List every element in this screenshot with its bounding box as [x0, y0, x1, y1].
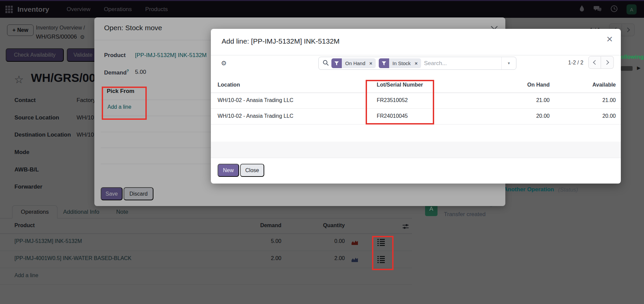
- filter-funnel-icon: [331, 58, 342, 68]
- search-dropdown-toggle[interactable]: ▼: [501, 57, 516, 69]
- screen: Inventory Overview Operations Products A…: [0, 0, 644, 304]
- empty-row: [211, 142, 621, 158]
- filter-funnel-icon: [379, 58, 389, 68]
- actions-gear-icon[interactable]: ⚙: [221, 59, 227, 67]
- following-button[interactable]: Following: [617, 54, 644, 60]
- remove-filter-icon[interactable]: ×: [369, 58, 376, 68]
- modal-pager: 1-2 / 2: [568, 60, 583, 66]
- add-line-modal: Add line: [PP-IMJ-5132M] INK-5132M × ⚙ O…: [211, 29, 621, 184]
- remove-filter-icon[interactable]: ×: [414, 58, 421, 68]
- filter-facet-in-stock[interactable]: In Stock ×: [379, 58, 421, 68]
- close-button[interactable]: Close: [240, 164, 264, 177]
- search-input[interactable]: [424, 60, 501, 67]
- lot-serial-table: Location Lot/Serial Number On Hand Avail…: [211, 78, 621, 158]
- new-button[interactable]: New: [218, 164, 239, 177]
- search-icon: [323, 60, 329, 67]
- add-line-modal-title: Add line: [PP-IMJ-5132M] INK-5132M: [222, 37, 339, 45]
- search-bar[interactable]: On Hand × In Stock × ▼: [318, 57, 516, 70]
- filter-facet-on-hand[interactable]: On Hand ×: [331, 58, 376, 68]
- table-row[interactable]: WH/10-02 - Anasia Trading LLC FR24010045…: [211, 109, 621, 124]
- modal-pager-prev-button[interactable]: [588, 56, 601, 69]
- lot-table-header: Location Lot/Serial Number On Hand Avail…: [211, 78, 621, 93]
- modal-pager-next-button[interactable]: [601, 56, 614, 69]
- table-row[interactable]: WH/10-02 - Anasia Trading LLC FR23510052…: [211, 93, 621, 109]
- add-line-modal-header: Add line: [PP-IMJ-5132M] INK-5132M ×: [211, 29, 621, 55]
- empty-row: [211, 124, 621, 142]
- close-icon[interactable]: ×: [606, 34, 613, 44]
